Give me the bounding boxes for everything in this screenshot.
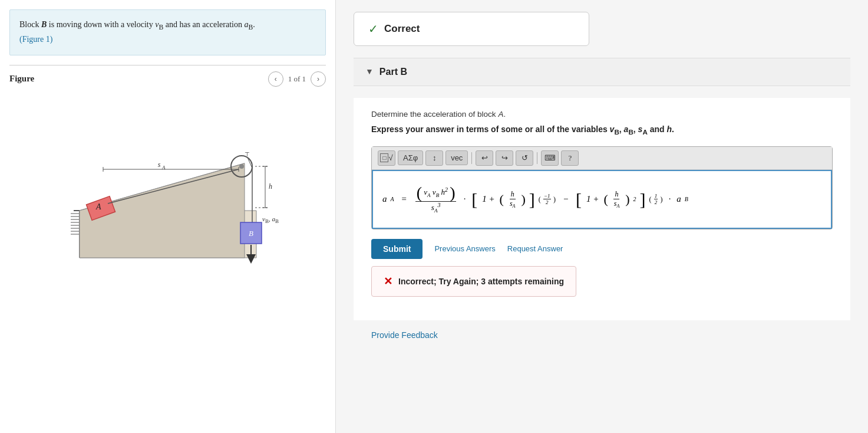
math-editor: □ √ AΣφ ↕ vec ↩ ↪ ↺ ⌨ ? aA = <box>371 146 833 229</box>
figure-nav: ‹ 1 of 1 › <box>268 71 326 87</box>
svg-text:s: s <box>157 160 160 169</box>
keyboard-button[interactable]: ⌨ <box>541 150 559 166</box>
toolbar-separator-1 <box>471 152 472 164</box>
error-badge: ✕ Incorrect; Try Again; 3 attempts remai… <box>371 266 576 297</box>
prev-figure-button[interactable]: ‹ <box>268 71 283 87</box>
check-icon: ✓ <box>368 22 378 36</box>
left-panel: Block B is moving down with a velocity v… <box>0 0 336 433</box>
provide-feedback-link[interactable]: Provide Feedback <box>371 330 438 340</box>
question-text-2: Express your answer in terms of some or … <box>371 124 833 136</box>
svg-text:h: h <box>269 182 272 191</box>
redo-button[interactable]: ↪ <box>496 150 513 166</box>
problem-statement: Block B is moving down with a velocity v… <box>9 9 326 55</box>
error-text: Incorrect; Try Again; 3 attempts remaini… <box>398 277 564 286</box>
undo-button[interactable]: ↩ <box>476 150 493 166</box>
svg-text:vB, aB: vB, aB <box>262 215 279 224</box>
question-text-1: Determine the acceleration of block A. <box>371 110 833 119</box>
svg-text:A: A <box>95 202 101 211</box>
sqrt-button[interactable]: □ √ <box>378 150 395 166</box>
question-area: Determine the acceleration of block A. E… <box>354 98 850 320</box>
math-toolbar: □ √ AΣφ ↕ vec ↩ ↪ ↺ ⌨ ? <box>372 147 832 170</box>
figure-counter: 1 of 1 <box>288 74 306 84</box>
svg-text:⊤: ⊤ <box>245 151 250 158</box>
reload-button[interactable]: ↺ <box>516 150 533 166</box>
figure-title: Figure <box>9 74 34 84</box>
feedback-section: Provide Feedback <box>354 320 850 350</box>
right-panel: ✓ Correct ▼ Part B Determine the acceler… <box>336 0 868 433</box>
correct-label: Correct <box>384 23 420 35</box>
part-header: ▼ Part B <box>365 67 839 77</box>
submit-button[interactable]: Submit <box>371 239 423 259</box>
error-icon: ✕ <box>384 275 392 288</box>
help-button[interactable]: ? <box>561 150 579 166</box>
request-answer-link[interactable]: Request Answer <box>507 244 563 253</box>
figure-diagram: A s A <box>44 104 292 270</box>
part-b-section: ▼ Part B <box>354 58 850 86</box>
svg-point-22 <box>239 164 244 169</box>
figure-image: A s A <box>9 93 326 281</box>
correct-badge: ✓ Correct <box>354 12 589 46</box>
figure-header: Figure ‹ 1 of 1 › <box>9 65 326 93</box>
toolbar-separator-2 <box>537 152 537 164</box>
svg-text:A: A <box>161 165 166 170</box>
formula-content: aA = ( vA vB h2 ) sA3 <box>382 185 688 214</box>
figure-section: Figure ‹ 1 of 1 › <box>0 65 335 433</box>
next-figure-button[interactable]: › <box>311 71 326 87</box>
vec-button[interactable]: vec <box>445 150 468 165</box>
figure-link[interactable]: (Figure 1) <box>19 35 52 44</box>
arrows-button[interactable]: ↕ <box>425 150 443 166</box>
math-formula-display[interactable]: aA = ( vA vB h2 ) sA3 <box>372 170 832 229</box>
part-b-title: Part B <box>379 67 407 77</box>
previous-answers-link[interactable]: Previous Answers <box>434 244 495 253</box>
part-collapse-icon[interactable]: ▼ <box>365 67 374 77</box>
submit-row: Submit Previous Answers Request Answer <box>371 229 833 266</box>
aze-button[interactable]: AΣφ <box>398 150 423 165</box>
svg-text:B: B <box>249 229 253 238</box>
